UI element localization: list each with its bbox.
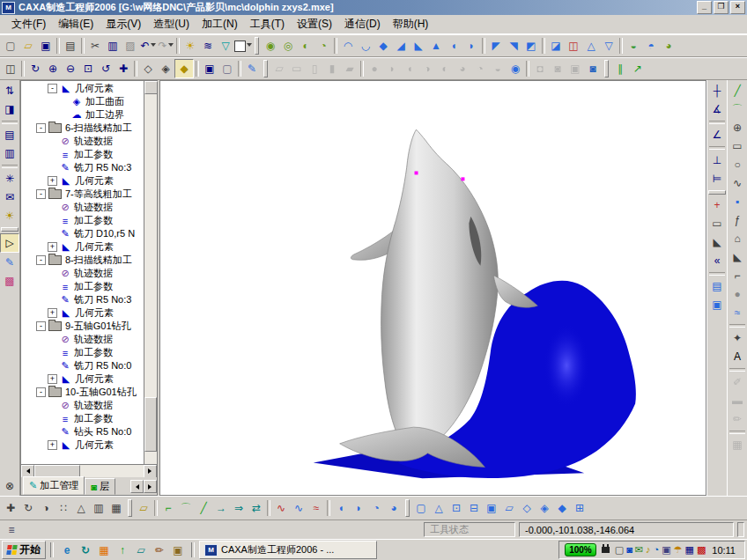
menu-settings[interactable]: 设置(S) bbox=[291, 15, 338, 33]
collapse-toggle-icon[interactable]: - bbox=[36, 255, 46, 265]
abort-command[interactable]: ⊗ bbox=[1, 477, 18, 495]
tab-layers[interactable]: ◙层 bbox=[85, 478, 115, 495]
feature-hole[interactable]: ◖ bbox=[401, 60, 418, 77]
current-color-swatch-dropdown-icon[interactable] bbox=[247, 43, 252, 49]
plane-tool-9[interactable]: ◆ bbox=[553, 499, 571, 517]
display-shaded[interactable]: ◆ bbox=[174, 59, 194, 78]
geo-mirror[interactable]: ◑ bbox=[37, 499, 55, 517]
tray-input-icon[interactable]: ▦ bbox=[684, 545, 693, 555]
update-model[interactable]: ◙ bbox=[584, 60, 602, 77]
task-button-caxa[interactable]: M CAXA制造工程师2006 - ... bbox=[199, 541, 377, 559]
text-tool[interactable]: A bbox=[729, 348, 746, 365]
cut[interactable]: ✂ bbox=[86, 37, 104, 55]
surface-op-3[interactable]: △ bbox=[582, 37, 600, 55]
surface-ruled[interactable]: ◢ bbox=[392, 37, 410, 55]
ellipse-tool[interactable]: ○ bbox=[729, 156, 746, 173]
feature-shell[interactable]: ◑ bbox=[418, 60, 436, 77]
tray-colorful-icon[interactable]: ▩ bbox=[697, 545, 706, 555]
tree-vertical-scrollbar[interactable] bbox=[144, 81, 157, 464]
surface-patch[interactable]: ▲ bbox=[427, 37, 445, 55]
feature-draft[interactable]: ◐ bbox=[436, 60, 454, 77]
collapse-toggle-icon[interactable]: - bbox=[36, 387, 46, 397]
plane-tool-7[interactable]: ◇ bbox=[518, 499, 536, 517]
dim-angle[interactable]: ∡ bbox=[708, 100, 726, 118]
tray-display-icon[interactable]: ▢ bbox=[615, 545, 624, 555]
tree-item[interactable]: ≡加工参数 bbox=[21, 280, 144, 293]
draw-pencil[interactable]: ✎ bbox=[1, 254, 18, 271]
expand-toggle-icon[interactable]: + bbox=[48, 308, 57, 318]
point-tool[interactable]: ▪ bbox=[729, 193, 746, 210]
solid-op-2[interactable]: ◙ bbox=[549, 60, 566, 77]
display-wireframe[interactable]: ◇ bbox=[139, 60, 157, 77]
blob-tool[interactable]: ● bbox=[729, 285, 746, 303]
tray-umbrella-icon[interactable]: ☂ bbox=[674, 545, 683, 555]
curve-extend[interactable]: → bbox=[212, 499, 230, 517]
plane-tool-8[interactable]: ◈ bbox=[536, 499, 553, 517]
wireframe-toggle[interactable]: ≋ bbox=[199, 37, 217, 55]
surface-extend2[interactable]: ◗ bbox=[350, 499, 367, 517]
quicklaunch-notes[interactable]: ▱ bbox=[132, 542, 150, 558]
scroll-down-button[interactable] bbox=[144, 81, 158, 94]
tab-scroll-left-button[interactable] bbox=[130, 480, 144, 493]
line-edit-3[interactable]: ≈ bbox=[307, 499, 325, 517]
color-palette[interactable]: ▩ bbox=[1, 272, 18, 290]
feature-pattern[interactable]: ◕ bbox=[454, 60, 471, 77]
restore-button[interactable]: ❐ bbox=[714, 1, 729, 14]
polygon-tool[interactable]: ⌂ bbox=[729, 230, 746, 247]
paste[interactable]: ▨ bbox=[122, 37, 139, 55]
menu-tools[interactable]: 工具(T) bbox=[244, 15, 291, 33]
erase-tool[interactable]: ✐ bbox=[729, 373, 746, 391]
plane-tool-4[interactable]: ⊟ bbox=[465, 499, 483, 517]
tray-mail-icon[interactable]: ✉ bbox=[635, 545, 643, 555]
tree-horizontal-scrollbar[interactable] bbox=[21, 464, 157, 477]
toolbar-grip[interactable] bbox=[708, 190, 726, 195]
tree-item[interactable]: ✎钻头 R5 No:0 bbox=[21, 425, 144, 438]
dim-perpendicular[interactable]: ⊥ bbox=[708, 151, 726, 169]
tree-hscroll-thumb[interactable] bbox=[34, 465, 80, 477]
quicklaunch-refresh[interactable]: ↻ bbox=[77, 542, 94, 558]
open-file[interactable]: ▱ bbox=[19, 37, 37, 55]
tree-item[interactable]: -6-扫描线精加工 bbox=[21, 122, 144, 135]
menu-edit[interactable]: 编辑(E) bbox=[52, 15, 100, 33]
redo[interactable]: ↷ bbox=[157, 37, 174, 55]
undo[interactable]: ↶ bbox=[139, 37, 157, 55]
tree-item[interactable]: -10-五轴G01钻孔 bbox=[21, 386, 144, 399]
sketch-pen[interactable]: ✎ bbox=[243, 60, 261, 77]
render-settings[interactable]: ☀ bbox=[1, 207, 18, 225]
redo-dropdown-icon[interactable] bbox=[168, 43, 174, 49]
menu-machining[interactable]: 加工(N) bbox=[196, 15, 244, 33]
layer-stack[interactable]: ▣ bbox=[201, 60, 218, 77]
minimize-button[interactable]: _ bbox=[697, 1, 712, 14]
plane-tool-1[interactable]: ▢ bbox=[412, 499, 430, 517]
surface-op-4[interactable]: ▽ bbox=[600, 37, 618, 55]
corner-line[interactable]: ⌐ bbox=[729, 267, 746, 284]
curve-plane[interactable]: ◨ bbox=[1, 100, 18, 118]
window-split[interactable]: ◫ bbox=[2, 60, 19, 77]
dynamic-rotate[interactable]: ↻ bbox=[26, 60, 44, 77]
collapse-toggle-icon[interactable]: - bbox=[36, 321, 46, 331]
circle-tool[interactable]: ⊕ bbox=[729, 119, 746, 136]
expand-toggle-icon[interactable]: + bbox=[48, 242, 57, 252]
close-button[interactable]: × bbox=[730, 1, 745, 14]
message-panel[interactable]: ✉ bbox=[1, 188, 18, 206]
render-toggle[interactable]: ☀ bbox=[181, 37, 199, 55]
measure-ruler[interactable]: ▭ bbox=[708, 215, 726, 232]
stamp-tool[interactable]: ▬ bbox=[729, 392, 746, 409]
construction-tree[interactable]: ✳ bbox=[1, 170, 18, 188]
expand-toggle-icon[interactable]: + bbox=[48, 440, 57, 450]
plane-tool-6[interactable]: ▱ bbox=[500, 499, 518, 517]
curve-projection[interactable]: ⇅ bbox=[1, 82, 18, 99]
surface-trim-tool[interactable]: ◤ bbox=[487, 37, 505, 55]
screen-hatch[interactable]: ∥ bbox=[611, 60, 629, 77]
tree-item[interactable]: +◣几何元素 bbox=[21, 306, 144, 320]
curve-gen-1[interactable]: ◉ bbox=[262, 37, 279, 55]
surface-sweep[interactable]: ◠ bbox=[339, 37, 357, 55]
layout-tool[interactable]: ▦ bbox=[729, 436, 746, 453]
feature-fillet[interactable]: ● bbox=[366, 60, 383, 77]
tray-scheduler-icon[interactable]: ◔ bbox=[654, 545, 660, 555]
measure-triangle[interactable]: ◣ bbox=[708, 233, 726, 251]
tree-item[interactable]: ≡加工参数 bbox=[21, 214, 144, 227]
tray-antivirus-icon[interactable]: ◙ bbox=[626, 545, 632, 555]
toolbar-grip[interactable] bbox=[1, 227, 18, 232]
feature-revolve[interactable]: ▭ bbox=[288, 60, 306, 77]
